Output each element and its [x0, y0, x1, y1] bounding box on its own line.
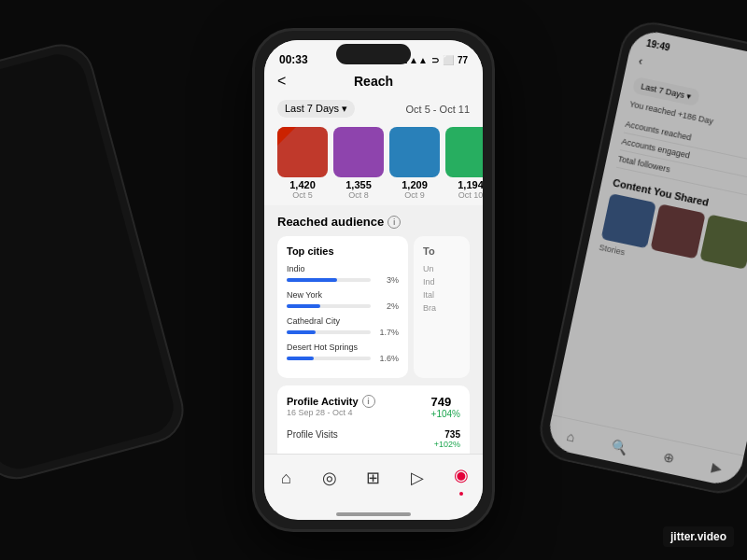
- profile-activity-info-icon: i: [362, 395, 375, 408]
- city-bar-fill-2: [287, 330, 316, 334]
- story-num-3: 1,194: [445, 179, 483, 190]
- profile-activity-total: 749: [431, 395, 460, 409]
- profile-activity-card: Profile Activity i 16 Sep 28 - Oct 4 749…: [277, 385, 470, 454]
- story-date-2: Oct 9: [389, 190, 440, 200]
- dynamic-island: [336, 44, 411, 64]
- watermark: jitter.video: [663, 526, 734, 547]
- reached-audience-title: Reached audience: [277, 215, 384, 229]
- city-bar-bg-2: [287, 330, 371, 334]
- city-pct-3: 1.6%: [374, 354, 399, 363]
- city-pct-1: 2%: [374, 301, 399, 311]
- red-corner-icon: [277, 127, 296, 146]
- main-content: Reached audience i Top cities Indio: [264, 205, 483, 454]
- battery-icon: ⬜: [443, 55, 454, 65]
- city-row-1: New York 2%: [287, 290, 399, 311]
- profile-icon[interactable]: ◉: [446, 460, 476, 490]
- right-thumb-1: [601, 193, 656, 248]
- city-row-3: Desert Hot Springs 1.6%: [287, 343, 399, 363]
- profile-visits-row: Profile Visits 735 +102%: [287, 425, 460, 454]
- story-num-2: 1,209: [389, 179, 440, 190]
- story-date-1: Oct 8: [333, 190, 384, 200]
- city-name-0: Indio: [287, 264, 399, 273]
- center-phone-screen: 00:33 ▲▲▲ ⊃ ⬜ 77 < Reach Last 7 Days ▾ O…: [264, 40, 483, 520]
- right-phone-screen: 19:49 ●●● 🔋 ‹ Last 7 Days ▾ You reached …: [545, 27, 747, 488]
- nav-add[interactable]: ⊞: [359, 463, 388, 493]
- profile-activity-date: 16 Sep 28 - Oct 4: [287, 408, 375, 417]
- right-status-time: 19:49: [645, 38, 670, 53]
- right-nav-home[interactable]: ⌂: [566, 428, 577, 444]
- city-row-2: Cathedral City 1.7%: [287, 316, 399, 337]
- back-button[interactable]: <: [277, 73, 286, 90]
- city-bar-fill-3: [287, 357, 314, 360]
- profile-activity-total-change: +104%: [431, 409, 460, 419]
- story-item-3[interactable]: 1,194 Oct 10: [445, 127, 483, 200]
- right-nav-reels[interactable]: ▶: [711, 459, 724, 476]
- story-num-1: 1,355: [333, 179, 384, 190]
- nav-search[interactable]: ◎: [315, 463, 345, 493]
- profile-visits-change: +102%: [434, 440, 460, 449]
- profile-visits-value: 735: [434, 429, 460, 440]
- right-thumb-2: [650, 203, 705, 259]
- right-nav-add[interactable]: ⊕: [662, 449, 676, 466]
- reached-audience-info-icon: i: [388, 216, 401, 229]
- reels-icon[interactable]: ▷: [402, 463, 432, 493]
- wifi-icon: ⊃: [431, 55, 439, 65]
- profile-visits-label: Profile Visits: [287, 429, 338, 449]
- nav-profile[interactable]: ◉: [446, 460, 476, 496]
- city-name-2: Cathedral City: [287, 316, 399, 326]
- nav-reels[interactable]: ▷: [402, 463, 432, 493]
- filter-dropdown-label: Last 7 Days ▾: [285, 103, 347, 115]
- left-phone-screen: [0, 49, 179, 475]
- top-right-card: To Un Ind Ital Bra: [414, 236, 470, 378]
- left-phone: [0, 36, 191, 486]
- right-thumb-3: [699, 214, 747, 269]
- city-pct-0: 3%: [374, 275, 399, 285]
- story-date-3: Oct 10: [445, 190, 483, 200]
- right-bottom-nav[interactable]: ⌂ 🔍 ⊕ ▶: [545, 414, 744, 488]
- top-cities-card: Top cities Indio 3% New York: [277, 236, 408, 378]
- city-row-0: Indio 3%: [287, 264, 399, 285]
- page-title: Reach: [354, 74, 393, 89]
- right-nav-search[interactable]: 🔍: [610, 438, 628, 455]
- right-phone: 19:49 ●●● 🔋 ‹ Last 7 Days ▾ You reached …: [534, 17, 747, 499]
- city-name-1: New York: [287, 290, 399, 300]
- search-icon[interactable]: ◎: [315, 463, 345, 493]
- profile-activity-title: Profile Activity: [287, 396, 359, 407]
- center-phone: 00:33 ▲▲▲ ⊃ ⬜ 77 < Reach Last 7 Days ▾ O…: [252, 28, 495, 532]
- reached-audience-header: Reached audience i: [277, 215, 470, 229]
- city-name-3: Desert Hot Springs: [287, 343, 399, 352]
- date-range-label: Oct 5 - Oct 11: [406, 104, 470, 115]
- story-item-0[interactable]: 1,420 Oct 5: [277, 127, 328, 200]
- app-header: < Reach: [264, 70, 483, 96]
- filter-bar: Last 7 Days ▾ Oct 5 - Oct 11: [264, 96, 483, 121]
- nav-active-dot: [459, 492, 463, 496]
- story-row: 1,420 Oct 5 1,355 Oct 8 1,209 Oct 9 1,19…: [264, 121, 483, 205]
- city-pct-2: 1.7%: [374, 328, 399, 337]
- story-date-0: Oct 5: [277, 190, 328, 200]
- city-bar-bg-1: [287, 304, 371, 308]
- nav-home[interactable]: ⌂: [271, 463, 301, 493]
- city-bar-bg-0: [287, 278, 371, 282]
- top-right-card-title: To: [423, 245, 460, 257]
- city-bar-bg-3: [287, 357, 371, 360]
- story-item-2[interactable]: 1,209 Oct 9: [389, 127, 440, 200]
- city-bar-fill-0: [287, 278, 337, 282]
- city-bar-fill-1: [287, 304, 320, 308]
- top-cities-title: Top cities: [287, 245, 399, 257]
- cards-row: Top cities Indio 3% New York: [277, 236, 470, 378]
- battery-pct: 77: [458, 55, 468, 65]
- story-item-1[interactable]: 1,355 Oct 8: [333, 127, 384, 200]
- status-time: 00:33: [279, 53, 308, 66]
- date-filter-dropdown[interactable]: Last 7 Days ▾: [277, 100, 355, 118]
- add-icon[interactable]: ⊞: [359, 463, 388, 493]
- bottom-nav: ⌂ ◎ ⊞ ▷ ◉: [264, 454, 483, 511]
- home-icon[interactable]: ⌂: [271, 463, 301, 493]
- story-num-0: 1,420: [277, 179, 328, 190]
- home-indicator: [336, 512, 411, 516]
